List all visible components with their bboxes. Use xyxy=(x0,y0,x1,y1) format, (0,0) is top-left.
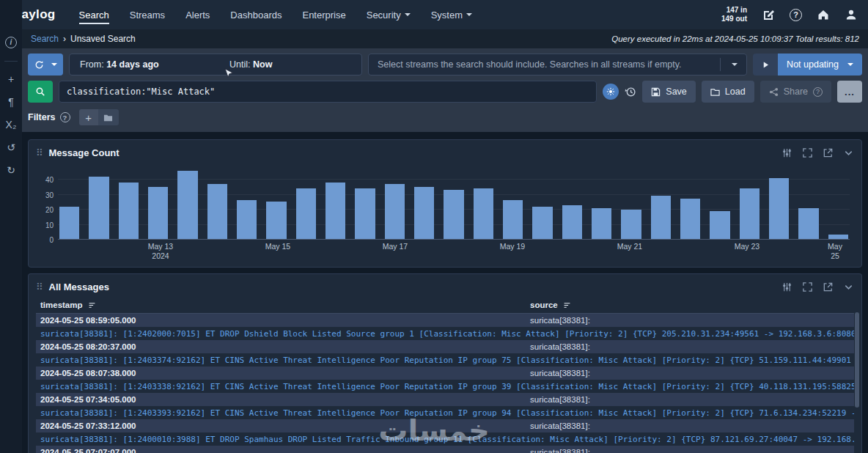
info-icon[interactable]: i xyxy=(5,37,17,48)
chart-bar[interactable] xyxy=(828,235,848,239)
chart-bar[interactable] xyxy=(474,188,493,239)
chart-bar[interactable] xyxy=(414,187,434,239)
scratchpad-edit-icon[interactable] xyxy=(762,8,775,21)
chart-bar[interactable] xyxy=(119,183,139,239)
column-header-source[interactable]: source xyxy=(530,301,850,309)
chart-bar[interactable] xyxy=(562,205,582,239)
more-actions-button[interactable]: ... xyxy=(837,81,862,103)
source-column-label: source xyxy=(530,301,558,309)
add-filter-button[interactable]: + xyxy=(79,109,98,125)
chart-bar[interactable] xyxy=(592,208,611,239)
user-icon[interactable] xyxy=(845,8,858,21)
column-header-timestamp[interactable]: timestamp xyxy=(40,301,530,309)
message-text[interactable]: suricata[38381]: [1:2400010:3988] ET DRO… xyxy=(36,432,854,446)
add-icon[interactable]: + xyxy=(8,74,14,84)
message-source: suricata[38381]: xyxy=(530,316,850,325)
refresh-icon xyxy=(34,60,44,70)
chart-bar[interactable] xyxy=(266,202,286,239)
chart-bar[interactable] xyxy=(177,171,197,239)
chevron-down-icon[interactable] xyxy=(843,281,854,292)
floppy-icon xyxy=(651,87,661,97)
nav-item-search[interactable]: Search xyxy=(79,0,109,29)
message-text[interactable]: suricata[38381]: [1:2402000:7015] ET DRO… xyxy=(36,327,854,340)
fullscreen-icon[interactable] xyxy=(802,147,813,158)
chart-bar[interactable] xyxy=(651,196,671,239)
messages-scrollbar[interactable] xyxy=(855,312,859,408)
export-icon[interactable] xyxy=(823,147,834,158)
home-icon[interactable] xyxy=(817,8,830,21)
streams-caret xyxy=(720,58,738,71)
chart-bar[interactable] xyxy=(207,184,227,239)
message-row[interactable]: 2024-05-25 07:07:07.000suricata[38381]: xyxy=(36,446,854,453)
share-button[interactable]: Share ? xyxy=(760,81,831,103)
chart-bar[interactable] xyxy=(355,188,375,239)
chart-bar[interactable] xyxy=(769,178,789,239)
filters-help-icon[interactable]: ? xyxy=(60,112,70,122)
drag-handle-icon[interactable]: ⠿ xyxy=(36,147,43,158)
load-label: Load xyxy=(725,86,746,97)
filter-library-button[interactable] xyxy=(98,109,119,125)
throughput-out: 149 out xyxy=(721,15,747,24)
message-source: suricata[38381]: xyxy=(530,369,850,378)
message-row[interactable]: 2024-05-25 08:20:37.000suricata[38381]: xyxy=(36,340,854,353)
nav-item-alerts[interactable]: Alerts xyxy=(185,0,210,29)
timerange-refresh-button[interactable] xyxy=(28,54,63,76)
nav-item-system[interactable]: System xyxy=(431,0,472,29)
breadcrumb-search-link[interactable]: Search xyxy=(31,34,59,44)
message-row[interactable]: 2024-05-25 07:34:05.000suricata[38381]: xyxy=(36,393,854,406)
message-timestamp: 2024-05-25 07:33:12.000 xyxy=(40,421,530,431)
not-updating-button[interactable]: Not updating xyxy=(778,54,862,76)
paragraph-icon[interactable]: ¶ xyxy=(8,97,14,107)
chart-bar[interactable] xyxy=(503,200,523,239)
export-icon[interactable] xyxy=(823,281,834,292)
nav-item-security[interactable]: Security xyxy=(367,0,411,29)
chevron-down-icon[interactable] xyxy=(843,147,854,158)
nav-item-streams[interactable]: Streams xyxy=(130,0,165,29)
query-history-icon[interactable] xyxy=(625,86,636,97)
timerange-until: Until: Now xyxy=(229,59,272,70)
nav-item-dashboards[interactable]: Dashboards xyxy=(230,0,282,29)
chart-bar[interactable] xyxy=(798,208,818,239)
chart-bar[interactable] xyxy=(326,183,345,239)
load-button[interactable]: Load xyxy=(702,81,754,103)
chart-bar[interactable] xyxy=(680,199,700,239)
fullscreen-icon[interactable] xyxy=(802,281,813,292)
chart-settings-icon[interactable] xyxy=(781,281,792,292)
navbar-right: 147 in 149 out ? xyxy=(721,6,858,24)
chart-bar[interactable] xyxy=(532,207,552,239)
timestamp-column-label: timestamp xyxy=(40,301,83,309)
query-settings-icon[interactable] xyxy=(603,84,619,100)
undo-icon[interactable]: ↺ xyxy=(7,142,15,152)
nav-item-enterprise[interactable]: Enterprise xyxy=(302,0,345,29)
drag-handle-icon[interactable]: ⠿ xyxy=(36,281,43,292)
chart-bar[interactable] xyxy=(237,200,257,239)
help-icon[interactable]: ? xyxy=(790,9,802,21)
query-input[interactable]: classification:"Misc Attack" xyxy=(59,81,597,103)
search-button[interactable] xyxy=(28,81,53,103)
message-text[interactable]: suricata[38381]: [1:2403393:92162] ET CI… xyxy=(36,406,854,419)
chart-bar[interactable] xyxy=(444,190,463,239)
streams-placeholder: Select streams the search should include… xyxy=(378,59,682,70)
chart-bar[interactable] xyxy=(296,188,316,239)
chart-bar[interactable] xyxy=(148,187,168,239)
message-text[interactable]: suricata[38381]: [1:2403374:92162] ET CI… xyxy=(36,353,854,367)
search-controls: From: 14 days ago Until: Now Select stre… xyxy=(22,48,868,132)
chart-bar[interactable] xyxy=(710,211,729,239)
chart-ytick-label: 10 xyxy=(37,221,54,229)
message-text[interactable]: suricata[38381]: [1:2403338:92162] ET CI… xyxy=(36,380,854,393)
chart-bar[interactable] xyxy=(740,188,760,239)
redo-icon[interactable]: ↻ xyxy=(7,165,15,175)
timerange-picker[interactable]: From: 14 days ago Until: Now xyxy=(69,54,362,76)
save-button[interactable]: Save xyxy=(642,81,696,103)
strikethrough-icon[interactable]: X₂ xyxy=(6,119,17,130)
chart-bar[interactable] xyxy=(59,207,79,239)
streams-select[interactable]: Select streams the search should include… xyxy=(368,54,747,76)
message-row[interactable]: 2024-05-25 08:59:05.000suricata[38381]: xyxy=(36,314,854,327)
message-row[interactable]: 2024-05-25 07:33:12.000suricata[38381]: xyxy=(36,419,854,432)
message-row[interactable]: 2024-05-25 08:07:38.000suricata[38381]: xyxy=(36,367,854,380)
chart-bar[interactable] xyxy=(89,177,108,239)
chart-settings-icon[interactable] xyxy=(781,147,792,158)
chart-bar[interactable] xyxy=(621,210,641,239)
chart-bar[interactable] xyxy=(385,184,405,239)
play-button[interactable] xyxy=(753,54,778,76)
